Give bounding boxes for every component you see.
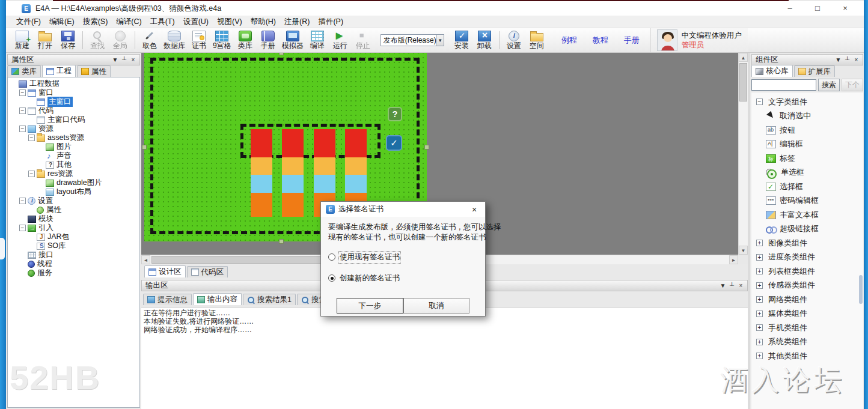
release-mode-dropdown[interactable]: 发布版(Release)▼ <box>381 34 444 46</box>
collapse-toggle-icon[interactable]: − <box>19 89 26 96</box>
run-button[interactable]: 运行 <box>329 30 352 50</box>
tree-item[interactable]: −res资源 <box>8 169 139 178</box>
pin-panel-icon[interactable]: ┴ <box>727 281 736 290</box>
expand-toggle-icon[interactable]: + <box>756 311 763 317</box>
maximize-button[interactable]: □ <box>804 1 831 16</box>
component-item[interactable]: 单选框 <box>751 166 863 180</box>
expand-toggle-icon[interactable]: + <box>756 254 763 261</box>
center-tab-1[interactable]: 代码区 <box>187 266 228 277</box>
left-panel-tab-1[interactable]: 工程 <box>42 65 76 77</box>
close-button[interactable]: × <box>831 1 859 16</box>
emulator-button[interactable]: 模拟器 <box>280 30 306 50</box>
tree-item[interactable]: SO库 <box>8 241 139 250</box>
open-button[interactable]: 打开 <box>34 30 57 50</box>
horizontal-scroll-thumb[interactable] <box>151 256 332 264</box>
component-item[interactable]: 标签 <box>751 151 863 166</box>
component-category[interactable]: +进度条类组件 <box>751 250 863 265</box>
tutorials-link[interactable]: 教程 <box>593 35 608 46</box>
component-category[interactable]: +网络类组件 <box>751 292 863 307</box>
tree-item[interactable]: 属性 <box>8 205 139 214</box>
scroll-right-icon[interactable]: ► <box>729 255 738 264</box>
tree-item[interactable]: −窗口 <box>8 88 139 97</box>
collapse-toggle-icon[interactable]: − <box>19 225 26 231</box>
tree-item[interactable]: 服务 <box>8 268 139 277</box>
collapse-toggle-icon[interactable]: − <box>28 135 35 141</box>
component-item[interactable]: 丰富文本框 <box>751 208 863 222</box>
vertical-scroll-thumb[interactable] <box>739 63 747 101</box>
component-list-scroll-thumb[interactable] <box>859 275 863 304</box>
new-button[interactable]: 新建 <box>11 30 34 50</box>
tree-item[interactable]: 模块 <box>8 214 139 223</box>
scroll-down-icon[interactable]: ▼ <box>739 246 748 255</box>
collapse-panel-icon[interactable]: ▼ <box>111 55 120 64</box>
menu-item-8[interactable]: 注册(R) <box>280 16 314 28</box>
pin-panel-icon[interactable]: ┴ <box>120 55 129 64</box>
menu-item-7[interactable]: 帮助(H) <box>246 16 280 28</box>
tree-item[interactable]: drawable图片 <box>8 178 139 187</box>
workspace-button[interactable]: 空间 <box>525 30 548 50</box>
next-button[interactable]: 下一步 <box>337 298 403 314</box>
help-button[interactable]: ? <box>388 107 402 121</box>
component-item[interactable]: 取消选中 <box>751 109 863 124</box>
component-category[interactable]: +传感器类组件 <box>751 279 863 293</box>
collapse-toggle-icon[interactable]: − <box>19 198 26 204</box>
radio-option[interactable]: 创建新的签名证书 <box>328 272 478 284</box>
collapse-toggle-icon[interactable]: − <box>19 108 26 114</box>
close-panel-icon[interactable]: × <box>129 55 138 64</box>
expand-toggle-icon[interactable]: + <box>756 324 763 331</box>
database-button[interactable]: 数据库 <box>161 30 188 50</box>
tree-item[interactable]: 主窗口代码 <box>8 115 139 124</box>
tree-item[interactable]: layout布局 <box>8 187 139 196</box>
resize-handle-top[interactable] <box>279 53 284 55</box>
tree-item[interactable]: 其他 <box>8 160 139 169</box>
component-category[interactable]: +列表框类组件 <box>751 264 863 279</box>
menu-item-2[interactable]: 搜索(S) <box>79 16 112 28</box>
resize-handle-left[interactable] <box>142 145 147 150</box>
component-category[interactable]: −文字类组件 <box>751 95 863 109</box>
expand-toggle-icon[interactable]: + <box>756 240 763 246</box>
vertical-scrollbar[interactable]: ▲ ▼ <box>738 53 748 255</box>
menu-item-0[interactable]: 文件(F) <box>12 16 45 28</box>
scroll-up-icon[interactable]: ▲ <box>739 53 748 62</box>
tree-item[interactable]: −代码 <box>8 106 139 115</box>
search-input[interactable] <box>751 79 816 91</box>
library-button[interactable]: 类库 <box>234 30 257 50</box>
output-tab-0[interactable]: 提示信息 <box>143 294 192 305</box>
confirm-button[interactable]: ✓ <box>386 135 402 151</box>
uninstall-button[interactable]: 卸载 <box>473 30 496 50</box>
component-item[interactable]: 选择框 <box>751 180 863 194</box>
manual-button[interactable]: 手册 <box>257 30 280 50</box>
component-item[interactable]: 编辑框 <box>751 138 863 152</box>
cancel-button[interactable]: 取消 <box>403 298 470 314</box>
close-panel-icon[interactable]: × <box>736 281 745 290</box>
chevron-down-icon[interactable]: ▼ <box>436 35 444 46</box>
close-panel-icon[interactable]: × <box>852 55 861 64</box>
component-category[interactable]: +系统类组件 <box>751 335 863 350</box>
compile-button[interactable]: 编译 <box>306 30 329 50</box>
tree-item[interactable]: −资源 <box>8 124 139 133</box>
tree-item[interactable]: −设置 <box>8 196 139 205</box>
tree-item[interactable]: 主窗口 <box>8 97 139 106</box>
panel-splitter[interactable] <box>748 53 750 409</box>
component-item[interactable]: 密码编辑框 <box>751 194 863 208</box>
right-panel-tab-0[interactable]: 核心库 <box>751 65 793 77</box>
component-item[interactable]: 超级链接框 <box>751 222 863 237</box>
save-button[interactable]: 保存 <box>57 30 79 50</box>
component-category[interactable]: +图像类组件 <box>751 236 863 250</box>
tree-item[interactable]: 接口 <box>8 250 139 259</box>
color-picker-button[interactable]: 取色 <box>138 30 161 50</box>
tree-item[interactable]: −引入 <box>8 223 139 232</box>
certificate-button[interactable]: 证书 <box>188 30 210 50</box>
menu-item-6[interactable]: 视图(V) <box>213 16 246 28</box>
tree-item[interactable]: −assets资源 <box>8 133 139 142</box>
component-category[interactable]: +其他类组件 <box>751 349 863 363</box>
radio-option[interactable]: 使用现有签名证书 <box>328 251 478 263</box>
output-tab-2[interactable]: 搜索结果1 <box>243 294 296 305</box>
tree-item[interactable]: JAR包 <box>8 232 139 241</box>
scroll-left-icon[interactable]: ◄ <box>141 255 150 264</box>
component-category[interactable]: +媒体类组件 <box>751 307 863 321</box>
menu-item-5[interactable]: 设置(U) <box>179 16 213 28</box>
install-button[interactable]: 安装 <box>450 30 473 50</box>
menu-item-9[interactable]: 插件(P) <box>314 16 347 28</box>
nine-grid-button[interactable]: 9宫格 <box>210 30 234 50</box>
